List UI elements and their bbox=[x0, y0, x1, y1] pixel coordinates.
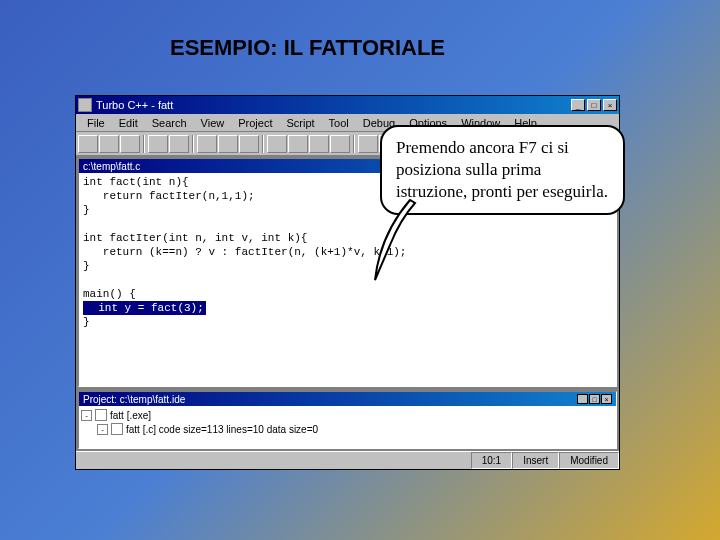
status-cursor-position: 10:1 bbox=[471, 452, 512, 469]
window-title: Turbo C++ - fatt bbox=[96, 99, 571, 111]
toolbar-button[interactable] bbox=[218, 135, 238, 153]
menu-search[interactable]: Search bbox=[145, 117, 194, 129]
toolbar-button[interactable] bbox=[267, 135, 287, 153]
slide-title: ESEMPIO: IL FATTORIALE bbox=[170, 35, 445, 61]
title-bar: Turbo C++ - fatt _ □ × bbox=[76, 96, 619, 114]
toolbar-separator bbox=[353, 135, 355, 153]
status-insert-mode: Insert bbox=[512, 452, 559, 469]
menu-tool[interactable]: Tool bbox=[322, 117, 356, 129]
code-line: int factIter(int n, int v, int k){ bbox=[83, 232, 307, 244]
tree-node-exe[interactable]: - fatt [.exe] bbox=[81, 408, 614, 422]
toolbar-separator bbox=[192, 135, 194, 153]
panel-close-icon[interactable]: × bbox=[601, 394, 612, 404]
tree-collapse-icon[interactable]: - bbox=[81, 410, 92, 421]
project-panel: Project: c:\temp\fatt.ide _ □ × - fatt [… bbox=[78, 391, 617, 449]
toolbar-button[interactable] bbox=[197, 135, 217, 153]
code-line: return (k==n) ? v : factIter(n, (k+1)*v,… bbox=[83, 246, 406, 258]
callout-text: Premendo ancora F7 ci si posiziona sulla… bbox=[396, 138, 608, 201]
menu-edit[interactable]: Edit bbox=[112, 117, 145, 129]
menu-script[interactable]: Script bbox=[279, 117, 321, 129]
toolbar-button[interactable] bbox=[78, 135, 98, 153]
toolbar-button[interactable] bbox=[239, 135, 259, 153]
toolbar-button[interactable] bbox=[99, 135, 119, 153]
toolbar-button[interactable] bbox=[309, 135, 329, 153]
tree-collapse-icon[interactable]: - bbox=[97, 424, 108, 435]
panel-min-icon[interactable]: _ bbox=[577, 394, 588, 404]
code-line: return factIter(n,1,1); bbox=[83, 190, 255, 202]
toolbar-button[interactable] bbox=[120, 135, 140, 153]
toolbar-separator bbox=[143, 135, 145, 153]
toolbar-button[interactable] bbox=[148, 135, 168, 153]
toolbar-button[interactable] bbox=[169, 135, 189, 153]
menu-file[interactable]: File bbox=[80, 117, 112, 129]
menu-view[interactable]: View bbox=[194, 117, 232, 129]
code-line: } bbox=[83, 316, 90, 328]
toolbar-button[interactable] bbox=[330, 135, 350, 153]
tree-node-c[interactable]: - fatt [.c] code size=113 lines=10 data … bbox=[81, 422, 614, 436]
toolbar-separator bbox=[262, 135, 264, 153]
status-modified: Modified bbox=[559, 452, 619, 469]
exe-icon bbox=[95, 409, 107, 421]
app-icon bbox=[78, 98, 92, 112]
c-file-icon bbox=[111, 423, 123, 435]
tree-label: fatt [.exe] bbox=[110, 410, 151, 421]
close-button[interactable]: × bbox=[603, 99, 617, 111]
project-title-bar: Project: c:\temp\fatt.ide _ □ × bbox=[79, 392, 616, 406]
code-line: } bbox=[83, 204, 90, 216]
current-exec-line: int y = fact(3); bbox=[83, 301, 206, 315]
toolbar-button[interactable] bbox=[358, 135, 378, 153]
window-controls: _ □ × bbox=[571, 99, 617, 111]
status-bar: 10:1 Insert Modified bbox=[76, 451, 619, 469]
toolbar-button[interactable] bbox=[288, 135, 308, 153]
minimize-button[interactable]: _ bbox=[571, 99, 585, 111]
code-line: int fact(int n){ bbox=[83, 176, 189, 188]
maximize-button[interactable]: □ bbox=[587, 99, 601, 111]
code-line: main() { bbox=[83, 288, 136, 300]
project-title: Project: c:\temp\fatt.ide bbox=[83, 394, 577, 405]
menu-project[interactable]: Project bbox=[231, 117, 279, 129]
panel-max-icon[interactable]: □ bbox=[589, 394, 600, 404]
tree-label: fatt [.c] code size=113 lines=10 data si… bbox=[126, 424, 318, 435]
code-line: } bbox=[83, 260, 90, 272]
project-tree[interactable]: - fatt [.exe] - fatt [.c] code size=113 … bbox=[79, 406, 616, 448]
